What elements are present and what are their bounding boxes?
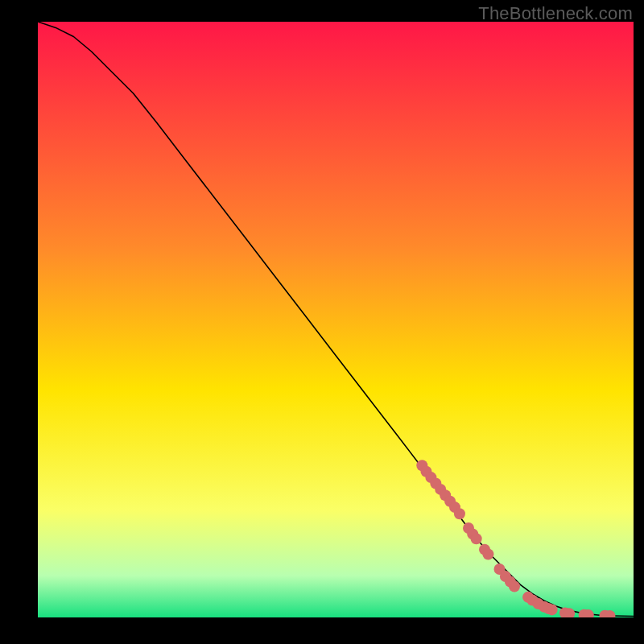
data-marker [454, 508, 465, 519]
gradient-background [38, 22, 634, 617]
chart-stage: TheBottleneck.com [0, 0, 644, 644]
watermark-text: TheBottleneck.com [478, 3, 633, 24]
chart-svg [38, 22, 634, 617]
plot-area [38, 22, 634, 617]
data-marker [509, 581, 520, 592]
data-marker [482, 549, 493, 560]
data-marker [471, 533, 482, 544]
data-marker [547, 604, 558, 615]
